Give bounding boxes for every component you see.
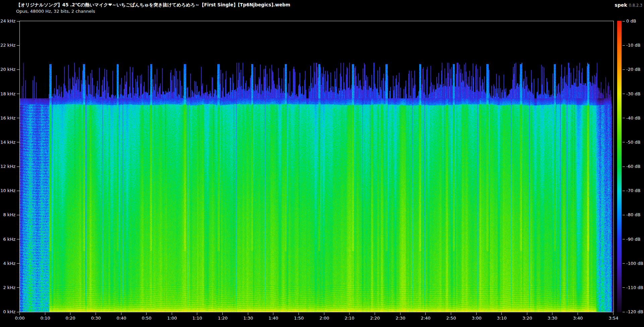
x-tick (552, 313, 552, 315)
db-tick-label: -100 dB (626, 261, 643, 266)
spectrogram-plot (19, 21, 614, 312)
y-tick-label: 22 kHz (0, 43, 15, 48)
x-tick-label: 1:20 (212, 316, 233, 321)
x-tick-label: 3:54 (603, 316, 624, 321)
x-tick (425, 313, 426, 315)
y-tick (17, 69, 19, 70)
x-tick-label: 0:20 (60, 316, 81, 321)
y-tick (17, 45, 19, 46)
db-tick (623, 191, 625, 191)
db-tick-label: -80 dB (626, 212, 641, 218)
x-tick (121, 313, 121, 315)
y-tick (17, 312, 19, 312)
y-tick-label: 12 kHz (0, 164, 15, 169)
spectrogram-canvas (20, 21, 613, 312)
app-brand: spek 0.8.2.3 (615, 2, 642, 8)
y-tick-label: 10 kHz (0, 188, 15, 193)
x-tick-label: 1:50 (288, 316, 310, 321)
db-scale: 0 dB-10 dB-20 dB-30 dB-40 dB-50 dB-60 dB… (617, 21, 644, 313)
db-tick-label: 0 dB (626, 18, 636, 24)
x-tick-label: 1:40 (263, 316, 284, 321)
db-tick-label: -40 dB (626, 115, 641, 121)
x-tick (273, 313, 273, 315)
x-tick-label: 0:10 (35, 316, 56, 321)
db-tick (623, 118, 625, 118)
x-tick (222, 313, 223, 315)
x-tick (349, 313, 350, 315)
y-tick-label: 20 kHz (0, 67, 15, 72)
y-tick (17, 215, 19, 215)
y-tick-label: 6 kHz (0, 237, 15, 242)
db-tick (623, 312, 625, 312)
db-tick-label: -110 dB (626, 285, 643, 290)
db-tick-label: -70 dB (626, 188, 641, 193)
x-tick-label: 2:40 (415, 316, 436, 321)
y-tick-label: 24 kHz (0, 18, 15, 24)
frequency-axis: 24 kHz22 kHz20 kHz18 kHz16 kHz14 kHz12 k… (0, 21, 19, 313)
db-tick (623, 263, 625, 264)
x-tick-label: 3:10 (491, 316, 513, 321)
x-tick-label: 1:30 (237, 316, 259, 321)
db-tick (623, 167, 625, 167)
x-tick-label: 2:00 (314, 316, 335, 321)
x-tick (527, 313, 527, 315)
y-tick-label: 16 kHz (0, 115, 15, 121)
x-tick (248, 313, 248, 315)
y-tick (17, 118, 19, 118)
y-tick-label: 2 kHz (0, 285, 15, 290)
y-tick (17, 287, 19, 288)
spek-window: 【オリジナルソング】45 .2℃の熱いマイク❤～いちごぱんちゅを突き抜けてめろめ… (0, 0, 644, 327)
x-tick (172, 313, 172, 315)
y-tick-label: 14 kHz (0, 140, 15, 145)
db-tick-label: -90 dB (626, 237, 641, 242)
time-axis: 0:000:100:200:300:400:501:001:101:201:30… (0, 313, 644, 324)
x-tick (501, 313, 502, 315)
x-tick (96, 313, 96, 315)
x-tick (578, 313, 578, 315)
x-tick-label: 2:30 (390, 316, 411, 321)
x-tick (146, 313, 147, 315)
db-gradient-bar (617, 21, 622, 312)
x-tick-label: 2:20 (364, 316, 386, 321)
x-tick (19, 313, 20, 315)
x-tick-label: 0:00 (9, 316, 31, 321)
db-tick-label: -50 dB (626, 140, 641, 145)
x-tick (324, 313, 324, 315)
x-tick (613, 313, 613, 315)
y-tick (17, 21, 19, 21)
y-tick-label: 4 kHz (0, 261, 15, 266)
x-tick-label: 3:30 (542, 316, 563, 321)
x-tick (45, 313, 45, 315)
x-tick-label: 0:30 (85, 316, 107, 321)
y-tick (17, 142, 19, 142)
y-tick (17, 239, 19, 239)
db-tick-label: -30 dB (626, 91, 641, 97)
track-title: 【オリジナルソング】45 .2℃の熱いマイク❤～いちごぱんちゅを突き抜けてめろめ… (16, 2, 290, 8)
x-tick (197, 313, 197, 315)
db-tick (623, 45, 625, 46)
y-tick (17, 191, 19, 191)
x-tick-label: 3:20 (517, 316, 538, 321)
app-version: 0.8.2.3 (629, 3, 642, 8)
app-name: spek (615, 2, 627, 8)
x-tick (70, 313, 70, 315)
x-tick (476, 313, 477, 315)
db-tick (623, 215, 625, 215)
x-tick-label: 3:40 (567, 316, 589, 321)
db-tick (623, 287, 625, 288)
x-tick-label: 2:10 (339, 316, 360, 321)
x-tick (375, 313, 375, 315)
y-tick (17, 263, 19, 264)
db-tick (623, 21, 625, 21)
x-tick (451, 313, 451, 315)
db-tick-label: -20 dB (626, 67, 641, 72)
x-tick-label: 2:50 (440, 316, 462, 321)
x-tick-label: 1:00 (161, 316, 183, 321)
db-tick (623, 142, 625, 142)
x-tick (400, 313, 400, 315)
y-tick (17, 94, 19, 94)
db-tick-label: -60 dB (626, 164, 641, 169)
db-tick-label: -120 dB (626, 309, 643, 315)
x-tick-label: 1:10 (186, 316, 208, 321)
db-tick (623, 69, 625, 70)
